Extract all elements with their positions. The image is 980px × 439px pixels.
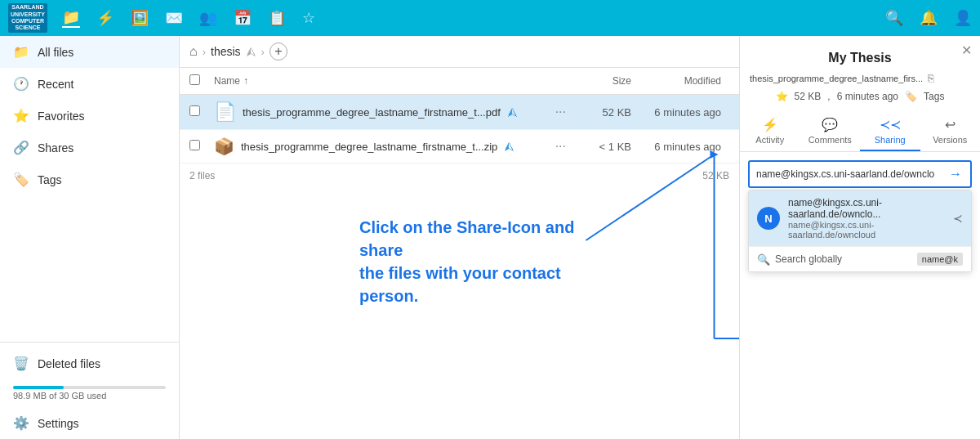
row-check — [189, 140, 214, 153]
search-globally-row[interactable]: 🔍 Search globally name@k — [749, 246, 971, 271]
nav-files-icon[interactable]: 📁 — [62, 8, 80, 28]
sidebar-item-tags[interactable]: 🏷️ Tags — [0, 164, 179, 195]
share-submit-button[interactable]: → — [941, 162, 970, 186]
tab-activity[interactable]: ⚡ Activity — [740, 110, 800, 151]
header-modified[interactable]: Modified — [631, 75, 729, 87]
top-navigation: SAARLANDUNIVERSITYCOMPUTERSCIENCE 📁 ⚡ 🖼️… — [0, 0, 980, 36]
breadcrumb: ⌂ › thesis ⮙ › + — [180, 36, 739, 68]
sidebar-item-shares[interactable]: 🔗 Shares — [0, 132, 179, 164]
file-name-zip[interactable]: thesis_programme_degree_lastname_firstna… — [241, 141, 497, 153]
table-row: 📦 thesis_programme_degree_lastname_first… — [180, 130, 739, 164]
main-layout: 📁 All files 🕐 Recent ⭐ Favorites 🔗 Share… — [0, 36, 980, 439]
name-header-label: Name — [214, 75, 240, 87]
sidebar-item-recent[interactable]: 🕐 Recent — [0, 68, 179, 100]
table-row: 📄 thesis_programme_degree_lastname_first… — [180, 95, 739, 130]
header-size[interactable]: Size — [566, 75, 631, 87]
nav-calendar-icon[interactable]: 📅 — [234, 9, 252, 27]
panel-file-name: thesis_programme_degree_lastname_firs... — [750, 74, 923, 83]
file-actions: ··· — [555, 105, 566, 119]
file-table-header: Name ↑ Size Modified — [180, 68, 739, 95]
file-actions: ··· — [555, 139, 566, 154]
file-table: Name ↑ Size Modified 📄 thesis_programme_… — [180, 68, 739, 439]
search-globally-label: Search globally — [775, 253, 842, 265]
share-input-row: → — [748, 160, 972, 188]
autocomplete-email: name@kingsx.cs.uni-saarland.de/owncloud — [788, 220, 945, 240]
breadcrumb-add-button[interactable]: + — [270, 43, 287, 60]
sidebar-item-label: Tags — [38, 173, 62, 186]
file-share-icon-zip[interactable]: ⮙ — [504, 141, 514, 153]
tab-sharing[interactable]: ≺≺ Sharing — [860, 110, 920, 151]
right-panel: ✕ My Thesis thesis_programme_degree_last… — [739, 36, 980, 439]
nav-contacts-icon[interactable]: 👥 — [199, 9, 217, 27]
activity-tab-label: Activity — [755, 135, 784, 145]
breadcrumb-separator2: › — [261, 46, 265, 58]
breadcrumb-separator: › — [203, 46, 206, 58]
meta-tag-icon: 🏷️ — [905, 91, 917, 102]
tab-comments[interactable]: 💬 Comments — [800, 110, 861, 151]
nav-favorites-icon[interactable]: ☆ — [302, 9, 315, 27]
pdf-icon: 📄 — [214, 101, 236, 123]
storage-bar — [13, 386, 166, 389]
close-panel-button[interactable]: ✕ — [961, 43, 972, 58]
meta-size: 52 KB — [795, 91, 822, 102]
meta-star-icon: ⭐ — [776, 91, 788, 102]
panel-title: My Thesis — [740, 36, 980, 72]
search-icon[interactable]: 🔍 — [885, 9, 903, 27]
autocomplete-item[interactable]: N name@kingsx.cs.uni-saarland.de/ownclo.… — [749, 190, 971, 246]
file-name-pdf[interactable]: thesis_programme_degree_lastname_firstna… — [243, 106, 501, 119]
nav-photos-icon[interactable]: 🖼️ — [131, 9, 149, 27]
file-more-icon[interactable]: ··· — [555, 139, 566, 154]
select-all-checkbox[interactable] — [189, 74, 200, 85]
header-name[interactable]: Name ↑ — [214, 75, 566, 87]
autocomplete-dropdown: N name@kingsx.cs.uni-saarland.de/ownclo.… — [748, 190, 972, 272]
search-global-icon: 🔍 — [757, 253, 770, 266]
zip-icon: 📦 — [214, 137, 234, 156]
all-files-icon: 📁 — [13, 44, 29, 60]
logo-text: SAARLANDUNIVERSITYCOMPUTERSCIENCE — [11, 4, 45, 32]
meta-time: 6 minutes ago — [837, 91, 898, 102]
sidebar-item-deleted[interactable]: 🗑️ Deleted files — [0, 347, 179, 379]
nav-tasks-icon[interactable]: 📋 — [268, 9, 286, 27]
file-modified-pdf: 6 minutes ago — [631, 106, 729, 119]
nav-activity-icon[interactable]: ⚡ — [96, 9, 114, 27]
footer-size: 52 KB — [702, 170, 729, 181]
sidebar-item-label: Recent — [38, 78, 74, 91]
breadcrumb-folder-name: thesis — [211, 45, 241, 58]
file-checkbox[interactable] — [189, 105, 200, 116]
breadcrumb-share-icon[interactable]: ⮙ — [246, 46, 256, 58]
notifications-icon[interactable]: 🔔 — [920, 9, 938, 27]
file-checkbox[interactable] — [189, 140, 200, 150]
top-nav-right: 🔍 🔔 👤 — [885, 9, 972, 27]
file-meta: ⭐ 52 KB , 6 minutes ago 🏷️ Tags — [740, 87, 980, 105]
autocomplete-share-icon: ≺ — [953, 212, 963, 225]
autocomplete-texts: name@kingsx.cs.uni-saarland.de/ownclo...… — [788, 197, 945, 240]
favorites-icon: ⭐ — [13, 108, 29, 123]
storage-info: 98.9 MB of 30 GB used — [0, 379, 179, 407]
sidebar-item-label: Favorites — [38, 110, 85, 123]
sidebar: 📁 All files 🕐 Recent ⭐ Favorites 🔗 Share… — [0, 36, 180, 439]
sharing-tab-label: Sharing — [875, 135, 906, 145]
sidebar-item-settings[interactable]: ⚙️ Settings — [0, 407, 179, 439]
header-check — [189, 74, 214, 87]
activity-tab-icon: ⚡ — [762, 117, 778, 132]
copy-link-icon[interactable]: ⎘ — [928, 72, 934, 84]
file-more-icon[interactable]: ··· — [555, 105, 566, 119]
sidebar-item-all-files[interactable]: 📁 All files — [0, 36, 179, 68]
settings-icon: ⚙️ — [13, 415, 29, 431]
comments-tab-icon: 💬 — [822, 117, 838, 132]
user-icon[interactable]: 👤 — [954, 9, 972, 27]
logo: SAARLANDUNIVERSITYCOMPUTERSCIENCE — [8, 3, 47, 33]
shares-icon: 🔗 — [13, 140, 29, 155]
share-input[interactable] — [750, 163, 941, 186]
versions-tab-label: Versions — [933, 135, 967, 145]
nav-mail-icon[interactable]: ✉️ — [165, 9, 183, 27]
meta-comma: , — [827, 91, 830, 102]
tab-versions[interactable]: ↩ Versions — [920, 110, 981, 151]
search-globally-tag: name@k — [917, 253, 963, 266]
tags-icon: 🏷️ — [13, 172, 29, 187]
settings-label: Settings — [38, 417, 79, 430]
sharing-tab-icon: ≺≺ — [880, 117, 901, 132]
file-share-icon-pdf[interactable]: ⮙ — [507, 106, 518, 119]
sidebar-item-favorites[interactable]: ⭐ Favorites — [0, 100, 179, 132]
home-icon[interactable]: ⌂ — [189, 44, 198, 59]
